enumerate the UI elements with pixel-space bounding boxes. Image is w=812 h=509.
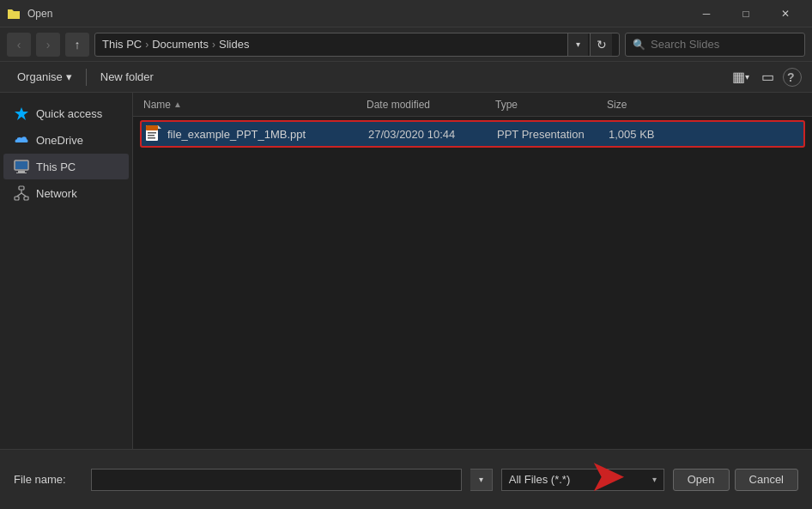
up-button[interactable]: ↑ (65, 33, 89, 57)
svg-rect-4 (15, 161, 27, 169)
cancel-button[interactable]: Cancel (735, 469, 798, 491)
quick-access-icon (14, 106, 29, 121)
sidebar: Quick access OneDrive This PC (0, 93, 133, 449)
file-name-row: File name: ▾ All Files (*.*) ▾ ➤ Open Ca… (14, 469, 798, 491)
sidebar-item-this-pc[interactable]: This PC (3, 154, 129, 179)
svg-rect-3 (16, 173, 27, 173)
minimize-button[interactable]: ─ (687, 0, 726, 27)
file-name-input[interactable] (91, 469, 462, 491)
sidebar-item-label: This PC (36, 161, 76, 173)
new-folder-button[interactable]: New folder (94, 67, 161, 87)
action-buttons: ➤ Open Cancel (673, 469, 798, 491)
file-name-text: file_example_PPT_1MB.ppt (167, 128, 306, 141)
col-header-name[interactable]: Name ▲ (140, 99, 363, 111)
help-icon: ? (787, 70, 795, 84)
file-list: file_example_PPT_1MB.ppt 27/03/2020 10:4… (133, 117, 812, 449)
file-date-cell: 27/03/2020 10:44 (368, 128, 497, 141)
file-name-cell: file_example_PPT_1MB.ppt (145, 125, 368, 142)
col-date-label: Date modified (367, 99, 430, 111)
new-folder-label: New folder (100, 70, 154, 83)
svg-rect-16 (148, 137, 155, 139)
file-name-label: File name: (14, 473, 82, 486)
help-button[interactable]: ? (783, 68, 802, 87)
title-bar-icon (7, 7, 21, 21)
nav-bar: ‹ › ↑ This PC › Documents › Slides ▾ ↻ 🔍 (0, 27, 812, 62)
search-box[interactable]: 🔍 (625, 33, 805, 57)
bottom-bar: File name: ▾ All Files (*.*) ▾ ➤ Open Ca… (0, 449, 812, 509)
address-crumb: This PC › Documents › Slides (102, 38, 249, 51)
back-button[interactable]: ‹ (7, 33, 31, 57)
file-size-cell: 1,005 KB (609, 128, 694, 141)
file-area: Name ▲ Date modified Type Size (133, 93, 812, 449)
svg-rect-2 (18, 171, 25, 173)
onedrive-icon (14, 132, 29, 148)
organise-button[interactable]: Organise ▾ (10, 67, 79, 87)
toolbar: Organise ▾ New folder ▦ ▾ ▭ ? (0, 62, 812, 93)
col-header-size[interactable]: Size (603, 99, 689, 111)
sort-icon: ▲ (173, 100, 182, 109)
crumb-documents[interactable]: Documents (152, 38, 209, 51)
search-icon: 🔍 (633, 39, 645, 51)
refresh-button[interactable]: ↻ (590, 33, 612, 56)
title-bar-title: Open (27, 8, 687, 20)
column-headers: Name ▲ Date modified Type Size (133, 93, 812, 117)
svg-rect-7 (24, 197, 28, 200)
svg-line-10 (21, 193, 27, 197)
svg-rect-13 (146, 125, 158, 130)
svg-line-9 (17, 193, 22, 197)
file-type-arrow-icon: ▾ (652, 475, 657, 484)
close-button[interactable]: ✕ (766, 0, 805, 27)
svg-rect-6 (15, 197, 19, 200)
view-icon: ▦ (732, 69, 745, 85)
title-bar: Open ─ □ ✕ (0, 0, 812, 27)
sidebar-item-onedrive[interactable]: OneDrive (3, 127, 129, 153)
svg-rect-14 (148, 132, 156, 134)
this-pc-icon (14, 159, 29, 174)
search-input[interactable] (651, 38, 797, 51)
view-arrow-icon: ▾ (745, 72, 749, 82)
address-dropdown-button[interactable]: ▾ (567, 33, 588, 56)
organise-arrow-icon: ▾ (66, 70, 72, 83)
sidebar-item-quick-access[interactable]: Quick access (3, 100, 129, 126)
sidebar-item-label: OneDrive (36, 134, 83, 147)
col-type-label: Type (495, 99, 518, 111)
svg-marker-0 (15, 107, 28, 120)
organise-label: Organise (17, 70, 63, 83)
crumb-slides[interactable]: Slides (219, 38, 249, 51)
maximize-button[interactable]: □ (726, 0, 766, 27)
file-type-cell: PPT Presentation (497, 128, 609, 141)
layout-icon: ▭ (761, 69, 774, 85)
col-name-label: Name (143, 99, 171, 111)
col-header-type[interactable]: Type (492, 99, 603, 111)
crumb-sep-1: › (145, 39, 148, 51)
title-bar-controls: ─ □ ✕ (687, 0, 805, 27)
col-size-label: Size (607, 99, 627, 111)
toolbar-right: ▦ ▾ ▭ ? (729, 65, 802, 88)
forward-button[interactable]: › (36, 33, 60, 57)
view-toggle-button[interactable]: ▦ ▾ (729, 65, 753, 88)
crumb-sep-2: › (212, 39, 215, 51)
address-bar[interactable]: This PC › Documents › Slides ▾ ↻ (94, 33, 620, 57)
svg-marker-12 (158, 125, 161, 129)
crumb-this-pc[interactable]: This PC (102, 38, 142, 51)
ppt-file-icon (145, 125, 162, 142)
toolbar-separator (86, 69, 87, 86)
sidebar-item-network[interactable]: Network (3, 180, 129, 206)
svg-rect-5 (19, 186, 24, 190)
layout-button[interactable]: ▭ (758, 65, 778, 88)
file-type-label: All Files (*.*) (509, 473, 652, 486)
col-header-date[interactable]: Date modified (363, 99, 492, 111)
main-area: Quick access OneDrive This PC (0, 93, 812, 449)
network-icon (14, 185, 29, 201)
table-row[interactable]: file_example_PPT_1MB.ppt 27/03/2020 10:4… (140, 120, 805, 148)
svg-rect-15 (148, 135, 155, 136)
sidebar-item-label: Network (36, 187, 77, 200)
sidebar-item-label: Quick access (36, 107, 102, 120)
file-name-dropdown[interactable]: ▾ (470, 469, 493, 491)
file-type-select[interactable]: All Files (*.*) ▾ (501, 469, 664, 491)
open-button[interactable]: Open (673, 469, 730, 491)
